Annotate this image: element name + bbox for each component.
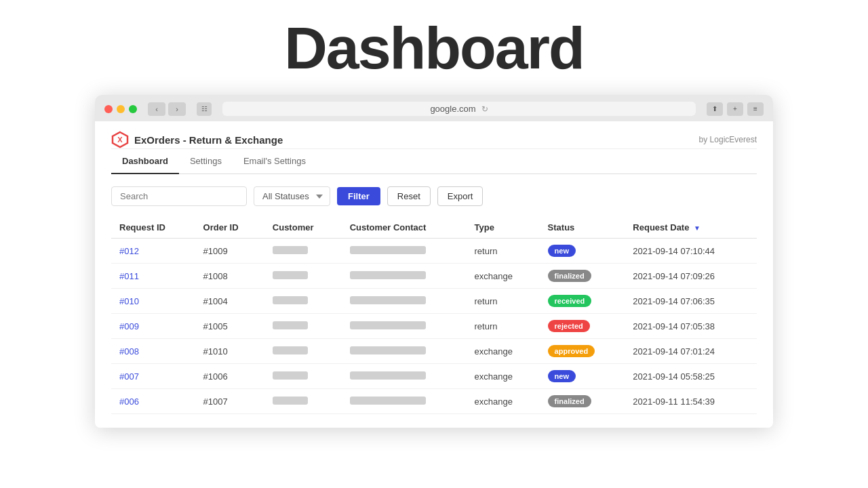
cell-date: 2021-09-14 07:06:35 <box>625 289 757 314</box>
customer-skeleton <box>273 346 308 354</box>
minimize-dot[interactable] <box>117 105 125 113</box>
more-button[interactable]: ≡ <box>747 102 764 116</box>
status-badge: rejected <box>548 320 590 332</box>
cell-status: approved <box>540 339 625 364</box>
cell-order-id: #1007 <box>195 389 264 414</box>
app-logo: X ExOrders - Return & Exchange <box>111 131 283 148</box>
cell-request-id[interactable]: #009 <box>111 314 195 339</box>
forward-button[interactable]: › <box>168 102 186 116</box>
cell-order-id: #1005 <box>195 314 264 339</box>
cell-status: finalized <box>540 264 625 289</box>
close-dot[interactable] <box>104 105 113 113</box>
customer-skeleton <box>273 271 308 279</box>
cell-customer <box>264 264 342 289</box>
cell-type: exchange <box>467 389 540 414</box>
browser-window: ‹ › ☷ google.com ↻ ⬆ + ≡ X ExOrders - Re… <box>95 95 773 428</box>
contact-skeleton <box>350 346 426 354</box>
cell-request-id[interactable]: #010 <box>111 289 195 314</box>
table-row: #006 #1007 exchange finalized 2021-09-11… <box>111 389 757 414</box>
col-request-id: Request ID <box>111 217 195 239</box>
cell-request-id[interactable]: #007 <box>111 364 195 389</box>
cell-type: exchange <box>467 364 540 389</box>
contact-skeleton <box>350 296 426 304</box>
customer-skeleton <box>273 321 308 329</box>
col-customer-contact: Customer Contact <box>342 217 467 239</box>
cell-customer-contact <box>342 339 467 364</box>
toolbar: All Statuses New Finalized Received Reje… <box>111 186 757 206</box>
cell-request-id[interactable]: #006 <box>111 389 195 414</box>
cell-status: received <box>540 289 625 314</box>
table-header-row: Request ID Order ID Customer Customer Co… <box>111 217 757 239</box>
tab-bar: Dashboard Settings Email's Settings <box>111 149 757 174</box>
col-order-id: Order ID <box>195 217 264 239</box>
export-button[interactable]: Export <box>437 186 484 206</box>
cell-type: return <box>467 239 540 264</box>
cell-date: 2021-09-14 07:10:44 <box>625 239 757 264</box>
tab-dashboard[interactable]: Dashboard <box>111 149 179 174</box>
browser-dots <box>104 105 137 113</box>
contact-skeleton <box>350 271 426 279</box>
grid-button[interactable]: ☷ <box>197 102 212 116</box>
svg-text:X: X <box>117 136 123 144</box>
share-button[interactable]: ⬆ <box>707 102 723 116</box>
cell-status: finalized <box>540 389 625 414</box>
cell-date: 2021-09-11 11:54:39 <box>625 389 757 414</box>
browser-titlebar: ‹ › ☷ google.com ↻ ⬆ + ≡ <box>95 95 773 121</box>
cell-customer-contact <box>342 389 467 414</box>
cell-customer <box>264 314 342 339</box>
customer-skeleton <box>273 396 308 405</box>
cell-request-id[interactable]: #008 <box>111 339 195 364</box>
col-status: Status <box>540 217 625 239</box>
status-badge: new <box>548 245 576 257</box>
cell-type: return <box>467 314 540 339</box>
cell-status: new <box>540 239 625 264</box>
cell-customer-contact <box>342 364 467 389</box>
tab-email-settings[interactable]: Email's Settings <box>233 149 317 174</box>
contact-skeleton <box>350 371 426 380</box>
customer-skeleton <box>273 246 308 254</box>
table-row: #011 #1008 exchange finalized 2021-09-14… <box>111 264 757 289</box>
search-input[interactable] <box>111 186 247 206</box>
cell-customer <box>264 289 342 314</box>
cell-order-id: #1010 <box>195 339 264 364</box>
cell-date: 2021-09-14 07:05:38 <box>625 314 757 339</box>
filter-button[interactable]: Filter <box>337 187 380 205</box>
reset-button[interactable]: Reset <box>387 186 431 206</box>
col-type: Type <box>467 217 540 239</box>
app-title: ExOrders - Return & Exchange <box>134 134 283 146</box>
url-text: google.com <box>430 104 475 114</box>
status-select[interactable]: All Statuses New Finalized Received Reje… <box>254 186 330 206</box>
col-request-date[interactable]: Request Date ▼ <box>625 217 757 239</box>
cell-customer <box>264 239 342 264</box>
tab-settings[interactable]: Settings <box>179 149 233 174</box>
status-badge: received <box>548 295 592 307</box>
cell-order-id: #1006 <box>195 364 264 389</box>
reload-icon[interactable]: ↻ <box>481 104 488 114</box>
cell-request-id[interactable]: #011 <box>111 264 195 289</box>
cell-status: new <box>540 364 625 389</box>
cell-order-id: #1008 <box>195 264 264 289</box>
contact-skeleton <box>350 246 426 254</box>
cell-customer-contact <box>342 314 467 339</box>
cell-type: return <box>467 289 540 314</box>
cell-request-id[interactable]: #012 <box>111 239 195 264</box>
table-row: #010 #1004 return received 2021-09-14 07… <box>111 289 757 314</box>
cell-customer-contact <box>342 239 467 264</box>
status-badge: new <box>548 370 576 382</box>
browser-nav: ‹ › <box>148 102 186 116</box>
table-row: #012 #1009 return new 2021-09-14 07:10:4… <box>111 239 757 264</box>
cell-type: exchange <box>467 339 540 364</box>
status-badge: finalized <box>548 395 591 407</box>
customer-skeleton <box>273 296 308 304</box>
maximize-dot[interactable] <box>129 105 137 113</box>
sort-icon: ▼ <box>694 224 701 232</box>
back-button[interactable]: ‹ <box>148 102 165 116</box>
bookmark-button[interactable]: + <box>727 102 743 116</box>
app-header: X ExOrders - Return & Exchange by LogicE… <box>111 121 757 149</box>
address-bar[interactable]: google.com ↻ <box>222 102 696 116</box>
cell-customer <box>264 364 342 389</box>
app-by: by LogicEverest <box>699 135 757 144</box>
cell-type: exchange <box>467 264 540 289</box>
cell-customer <box>264 339 342 364</box>
logo-icon: X <box>111 131 129 148</box>
